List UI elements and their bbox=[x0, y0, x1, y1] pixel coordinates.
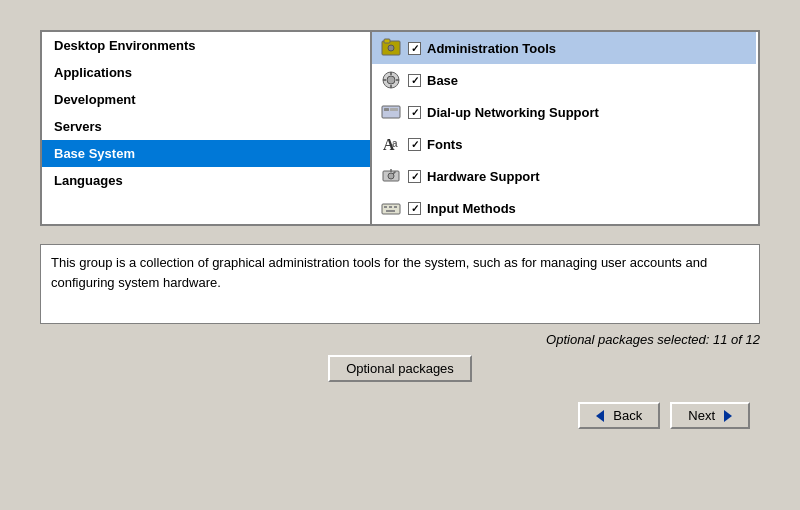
back-arrow-icon bbox=[596, 410, 604, 422]
left-panel: Desktop Environments Applications Develo… bbox=[40, 30, 370, 226]
sidebar-item-applications[interactable]: Applications bbox=[42, 59, 370, 86]
dialup-icon bbox=[380, 101, 402, 123]
hardware-support-icon bbox=[380, 165, 402, 187]
svg-rect-9 bbox=[382, 106, 400, 118]
optional-packages-button[interactable]: Optional packages bbox=[328, 355, 472, 382]
next-button[interactable]: Next bbox=[670, 402, 750, 429]
input-methods-icon bbox=[380, 197, 402, 219]
list-item-input-methods[interactable]: ✓ Input Methods bbox=[372, 192, 756, 224]
bottom-buttons: Back Next bbox=[40, 402, 760, 429]
svg-point-4 bbox=[387, 76, 395, 84]
sidebar-item-desktop-environments[interactable]: Desktop Environments bbox=[42, 32, 370, 59]
list-item-fonts[interactable]: A a ✓ Fonts bbox=[372, 128, 756, 160]
dialup-checkbox[interactable]: ✓ bbox=[408, 106, 421, 119]
right-panel: ✓ Administration Tools bbox=[370, 30, 760, 226]
admin-tools-checkbox[interactable]: ✓ bbox=[408, 42, 421, 55]
svg-rect-22 bbox=[386, 210, 395, 212]
svg-rect-1 bbox=[384, 39, 390, 43]
list-item-admin-tools[interactable]: ✓ Administration Tools bbox=[372, 32, 756, 64]
sidebar-item-servers[interactable]: Servers bbox=[42, 113, 370, 140]
fonts-checkbox[interactable]: ✓ bbox=[408, 138, 421, 151]
back-button[interactable]: Back bbox=[578, 402, 660, 429]
admin-tools-icon bbox=[380, 37, 402, 59]
next-arrow-icon bbox=[724, 410, 732, 422]
list-item-hardware-support[interactable]: ✓ Hardware Support bbox=[372, 160, 756, 192]
sidebar-item-languages[interactable]: Languages bbox=[42, 167, 370, 194]
sidebar-item-base-system[interactable]: Base System bbox=[42, 140, 370, 167]
list-item-dialup[interactable]: ✓ Dial-up Networking Support bbox=[372, 96, 756, 128]
sidebar-item-development[interactable]: Development bbox=[42, 86, 370, 113]
svg-rect-19 bbox=[384, 206, 387, 208]
optional-packages-count: Optional packages selected: 11 of 12 bbox=[40, 332, 760, 347]
svg-rect-11 bbox=[390, 108, 398, 111]
description-box: This group is a collection of graphical … bbox=[40, 244, 760, 324]
svg-point-2 bbox=[388, 45, 394, 51]
right-scroll-area[interactable]: ✓ Administration Tools bbox=[372, 32, 758, 224]
fonts-icon: A a bbox=[380, 133, 402, 155]
main-container: Desktop Environments Applications Develo… bbox=[0, 0, 800, 510]
input-methods-checkbox[interactable]: ✓ bbox=[408, 202, 421, 215]
svg-text:a: a bbox=[392, 138, 398, 149]
svg-rect-10 bbox=[384, 108, 389, 111]
base-checkbox[interactable]: ✓ bbox=[408, 74, 421, 87]
svg-rect-20 bbox=[389, 206, 392, 208]
svg-rect-18 bbox=[382, 204, 400, 214]
optional-btn-row: Optional packages bbox=[40, 355, 760, 382]
svg-rect-21 bbox=[394, 206, 397, 208]
list-item-base[interactable]: ✓ Base bbox=[372, 64, 756, 96]
top-section: Desktop Environments Applications Develo… bbox=[40, 30, 760, 226]
base-icon bbox=[380, 69, 402, 91]
hardware-support-checkbox[interactable]: ✓ bbox=[408, 170, 421, 183]
